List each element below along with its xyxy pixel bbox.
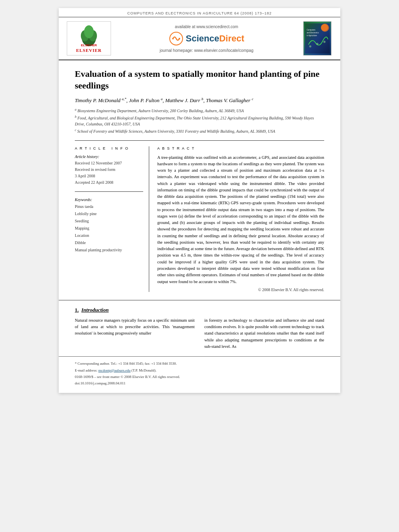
intro-text-right: in forestry as technology to characteriz… xyxy=(204,317,324,350)
open-access-line: 0168-1699/$ – see front matter © 2008 El… xyxy=(75,374,324,380)
svg-point-8 xyxy=(179,38,180,39)
affiliation-b: b Food, Agricultural, and Biological Eng… xyxy=(75,115,324,127)
keyword-2: Loblolly pine xyxy=(75,210,143,218)
keywords-label: Keywords: xyxy=(75,197,143,202)
journal-title: Computers and Electronics in Agriculture… xyxy=(128,11,272,15)
elsevier-logo-block: ELSEVIER ELSEVIER xyxy=(67,21,111,55)
affiliation-a: a Biosystems Engineering Department, Aub… xyxy=(75,107,324,114)
keyword-4: Mapping xyxy=(75,225,143,232)
introduction-columns: Natural resource managers typically focu… xyxy=(75,317,324,350)
page: Computers and Electronics in Agriculture… xyxy=(59,8,340,393)
paper-content: Evaluation of a system to spatially moni… xyxy=(59,60,340,300)
keyword-7: Manual planting productivity xyxy=(75,246,143,254)
divider-1 xyxy=(75,140,324,141)
center-header: available at www.sciencedirect.com Scien… xyxy=(115,21,298,55)
copyright-notice: © 2008 Elsevier B.V. All rights reserved… xyxy=(157,288,324,292)
abstract-text: A tree-planting dibble was outfitted wit… xyxy=(157,154,324,285)
keyword-3: Seedling xyxy=(75,218,143,225)
svg-text:Computers: Computers xyxy=(306,29,315,31)
revised-label: Received in revised form xyxy=(75,166,143,173)
keywords-block: Keywords: Pinus taeda Loblolly pine Seed… xyxy=(75,197,143,254)
authors-line: Timothy P. McDonald a,*, John P. Fulton … xyxy=(75,97,324,104)
header-area: ELSEVIER ELSEVIER available at www.scien… xyxy=(59,17,340,60)
journal-header: Computers and Electronics in Agriculture… xyxy=(59,8,340,17)
email-line: E-mail address: mcdontp@auburn.edu (T.P.… xyxy=(75,368,324,373)
elsevier-text: ELSEVIER xyxy=(76,48,102,53)
article-info-heading: A R T I C L E I N F O xyxy=(75,146,143,150)
cover-image: Computers and Electronics in Agriculture xyxy=(303,21,331,55)
keyword-6: Dibble xyxy=(75,239,143,246)
svg-text:ELSEVIER: ELSEVIER xyxy=(81,43,97,47)
affiliations-block: a Biosystems Engineering Department, Aub… xyxy=(75,107,324,135)
history-label: Article history: xyxy=(75,154,143,159)
received-date: Received 12 November 2007 xyxy=(75,160,143,166)
email-label: E-mail address: xyxy=(75,368,98,372)
svg-point-7 xyxy=(172,38,174,39)
keyword-1: Pinus taeda xyxy=(75,203,143,210)
accepted-date: Accepted 22 April 2008 xyxy=(75,179,143,186)
svg-point-4 xyxy=(84,25,94,38)
left-column: A R T I C L E I N F O Article history: R… xyxy=(75,146,149,292)
svg-text:and Electronics: and Electronics xyxy=(306,32,319,34)
affiliation-c: c School of Forestry and Wildlife Scienc… xyxy=(75,128,324,134)
article-history-block: Article history: Received 12 November 20… xyxy=(75,154,143,186)
introduction-section: 1. Introduction Natural resource manager… xyxy=(59,300,340,356)
intro-left: Natural resource managers typically focu… xyxy=(75,317,195,350)
revised-date: 3 April 2008 xyxy=(75,173,143,179)
journal-cover: Computers and Electronics in Agriculture xyxy=(302,21,332,55)
sciencedirect-logo: ScienceDirect xyxy=(169,31,245,46)
keyword-5: Location xyxy=(75,232,143,239)
sd-icon xyxy=(169,31,183,46)
left-divider xyxy=(75,191,143,192)
journal-homepage: journal homepage: www.elsevier.com/locat… xyxy=(160,48,253,53)
intro-right: in forestry as technology to characteriz… xyxy=(204,317,324,350)
svg-text:in Agriculture: in Agriculture xyxy=(306,35,317,37)
intro-text-left: Natural resource managers typically focu… xyxy=(75,317,195,337)
svg-point-10 xyxy=(321,24,328,31)
available-text: available at www.sciencedirect.com xyxy=(175,25,238,29)
abstract-heading: A B S T R A C T xyxy=(157,146,324,150)
email-person: (T.P. McDonald). xyxy=(132,368,156,372)
elsevier-tree-icon: ELSEVIER xyxy=(73,25,105,47)
svg-point-14 xyxy=(309,45,311,47)
email-link[interactable]: mcdontp@auburn.edu xyxy=(98,368,130,372)
svg-point-15 xyxy=(316,43,318,45)
svg-point-16 xyxy=(323,41,325,43)
article-title: Evaluation of a system to spatially moni… xyxy=(75,68,324,91)
sciencedirect-text: ScienceDirect xyxy=(186,33,245,44)
footnotes-block: * Corresponding author. Tel.: +1 334 844… xyxy=(59,356,340,393)
corresponding-author: * Corresponding author. Tel.: +1 334 844… xyxy=(75,361,324,366)
cover-svg: Computers and Electronics in Agriculture xyxy=(303,23,331,53)
right-column: A B S T R A C T A tree-planting dibble w… xyxy=(157,146,324,292)
article-info-abstract: A R T I C L E I N F O Article history: R… xyxy=(75,146,324,292)
doi-line: doi:10.1016/j.compag.2008.04.011 xyxy=(75,380,324,386)
introduction-title: 1. Introduction xyxy=(75,307,324,313)
svg-rect-9 xyxy=(305,23,330,53)
